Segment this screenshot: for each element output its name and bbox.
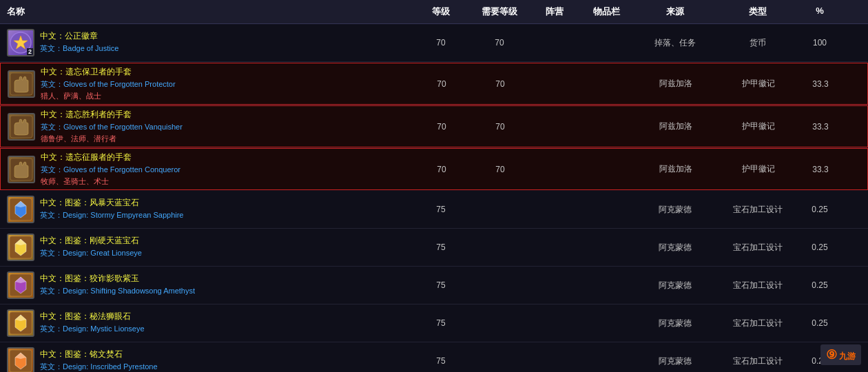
table-body: 2 2 中文：公正徽章 英文：Badge of Justice 70 70 掉落…: [0, 24, 868, 372]
item-en-name: 英文：Badge of Justice: [40, 43, 118, 54]
item-source: 阿兹加洛: [634, 161, 717, 178]
item-level: 75: [413, 353, 468, 369]
item-faction: [530, 207, 579, 212]
item-text: 中文：图鉴：风暴天蓝宝石 英文：Design: Stormy Empyrean …: [40, 197, 183, 222]
header-source: 来源: [634, 0, 716, 23]
item-level: 75: [413, 278, 468, 293]
item-en-name: 英文：Design: Great Lionseye: [40, 248, 142, 258]
table-row[interactable]: 中文：图鉴：铭文焚石 英文：Design: Inscribed Pyreston…: [0, 342, 868, 372]
item-pct: 0.25: [799, 202, 840, 217]
item-source: 阿兹加洛: [634, 118, 717, 135]
item-type: 宝石加工设计: [716, 353, 799, 370]
item-req-level: [468, 245, 530, 250]
item-text: 中文：图鉴：刚硬天蓝宝石 英文：Design: Great Lionseye: [40, 235, 142, 260]
item-type: 宝石加工设计: [716, 315, 799, 332]
item-en-name: 英文：Design: Shifting Shadowsong Amethyst: [40, 286, 195, 296]
item-faction: [530, 245, 579, 250]
item-cn-name: 中文：图鉴：风暴天蓝宝石: [40, 197, 183, 209]
item-cn-name: 中文：图鉴：秘法狮眼石: [40, 311, 145, 322]
item-req-level: 70: [469, 76, 531, 92]
header-faction: 阵营: [530, 0, 579, 23]
item-pct: 33.3: [800, 119, 841, 134]
item-pct: 0.25: [799, 316, 840, 331]
item-slot: [579, 81, 634, 87]
item-type: 货币: [716, 34, 799, 52]
item-req-level: 70: [469, 119, 531, 134]
item-req-level: [468, 282, 530, 288]
item-faction: [530, 282, 579, 288]
item-name-col: 中文：图鉴：风暴天蓝宝石 英文：Design: Stormy Empyrean …: [0, 193, 413, 226]
item-type: 护甲徽记: [717, 161, 800, 178]
item-type: 宝石加工设计: [716, 239, 799, 256]
item-faction: [531, 124, 579, 130]
table-header: 名称 等级 需要等级 阵营 物品栏 来源 类型 %: [0, 0, 868, 24]
item-faction: [530, 358, 579, 364]
header-type: 类型: [716, 0, 799, 23]
item-name-col: 中文：遗忘征服者的手套 英文：Gloves of the Forgotten C…: [1, 149, 414, 189]
item-faction: [530, 320, 579, 326]
item-source: 阿克蒙德: [634, 277, 716, 294]
item-text: 中文：图鉴：狡诈影歌紫玉 英文：Design: Shifting Shadows…: [40, 273, 195, 298]
item-req-level: [468, 320, 530, 326]
item-cn-name: 中文：图鉴：铭文焚石: [40, 349, 158, 360]
item-slot: [579, 207, 634, 212]
item-cn-name: 中文：公正徽章: [40, 30, 118, 42]
item-name-col: 中文：遗忘保卫者的手套 英文：Gloves of the Forgotten P…: [1, 63, 414, 104]
item-level: 70: [414, 76, 469, 92]
item-pct: 33.3: [800, 162, 841, 177]
item-level: 70: [414, 119, 469, 134]
item-cn-name: 中文：遗忘征服者的手套: [41, 152, 180, 163]
item-pct: 0.25: [799, 240, 840, 255]
item-level: 75: [413, 240, 468, 255]
watermark: ⑨ 九游: [820, 344, 861, 365]
item-slot: [579, 167, 634, 172]
table-row[interactable]: 2 2 中文：公正徽章 英文：Badge of Justice 70 70 掉落…: [0, 24, 868, 62]
item-slot: [579, 282, 634, 288]
table-row[interactable]: 中文：遗忘保卫者的手套 英文：Gloves of the Forgotten P…: [0, 63, 868, 105]
loot-table: 名称 等级 需要等级 阵营 物品栏 来源 类型 % 2 2 中文：公正徽章 英文…: [0, 0, 868, 372]
item-source: 阿克蒙德: [634, 315, 716, 332]
item-level: 75: [413, 202, 468, 217]
item-en-name: 英文：Gloves of the Forgotten Vanquisher: [41, 122, 183, 132]
item-en-name: 英文：Design: Inscribed Pyrestone: [40, 362, 158, 372]
item-name-col: 2 2 中文：公正徽章 英文：Badge of Justice: [0, 26, 413, 59]
item-source: 掉落、任务: [634, 34, 716, 52]
item-level: 75: [413, 316, 468, 331]
item-name-col: 中文：图鉴：铭文焚石 英文：Design: Inscribed Pyreston…: [0, 344, 413, 372]
item-slot: [579, 124, 634, 130]
item-name-col: 中文：图鉴：狡诈影歌紫玉 英文：Design: Shifting Shadows…: [0, 269, 413, 302]
item-slot: [579, 40, 634, 45]
header-slot: 物品栏: [579, 0, 634, 23]
item-req-level: [468, 358, 530, 364]
table-row[interactable]: 中文：图鉴：秘法狮眼石 英文：Design: Mystic Lionseye 7…: [0, 304, 868, 342]
item-req-level: [468, 207, 530, 212]
item-text: 中文：遗忘征服者的手套 英文：Gloves of the Forgotten C…: [41, 152, 180, 187]
header-name: 名称: [0, 0, 413, 23]
item-text: 中文：图鉴：铭文焚石 英文：Design: Inscribed Pyreston…: [40, 349, 158, 372]
item-source: 阿克蒙德: [634, 353, 716, 370]
item-name-col: 中文：图鉴：刚硬天蓝宝石 英文：Design: Great Lionseye: [0, 231, 413, 264]
item-text: 中文：遗忘保卫者的手套 英文：Gloves of the Forgotten P…: [41, 66, 176, 101]
table-row[interactable]: 中文：图鉴：刚硬天蓝宝石 英文：Design: Great Lionseye 7…: [0, 229, 868, 267]
item-req-level: 70: [468, 35, 530, 50]
table-row[interactable]: 中文：图鉴：风暴天蓝宝石 英文：Design: Stormy Empyrean …: [0, 191, 868, 229]
item-pct: 100: [799, 35, 840, 50]
item-classes: 猎人、萨满、战士: [41, 91, 176, 101]
item-name-col: 中文：遗忘胜利者的手套 英文：Gloves of the Forgotten V…: [1, 106, 414, 147]
item-level: 70: [413, 35, 468, 50]
item-cn-name: 中文：图鉴：刚硬天蓝宝石: [40, 235, 142, 247]
item-name-col: 中文：图鉴：秘法狮眼石 英文：Design: Mystic Lionseye: [0, 307, 413, 340]
item-level: 70: [414, 162, 469, 177]
item-classes: 德鲁伊、法师、潜行者: [41, 134, 183, 144]
table-row[interactable]: 中文：图鉴：狡诈影歌紫玉 英文：Design: Shifting Shadows…: [0, 267, 868, 304]
table-row[interactable]: 中文：遗忘胜利者的手套 英文：Gloves of the Forgotten V…: [0, 105, 868, 147]
item-type: 宝石加工设计: [716, 277, 799, 294]
item-type: 宝石加工设计: [716, 201, 799, 218]
item-type: 护甲徽记: [717, 75, 800, 92]
table-row[interactable]: 中文：遗忘征服者的手套 英文：Gloves of the Forgotten C…: [0, 148, 868, 190]
item-cn-name: 中文：遗忘保卫者的手套: [41, 66, 176, 78]
item-req-level: 70: [469, 162, 531, 177]
item-type: 护甲徽记: [717, 118, 800, 135]
item-slot: [579, 245, 634, 250]
header-level: 等级: [413, 0, 468, 23]
